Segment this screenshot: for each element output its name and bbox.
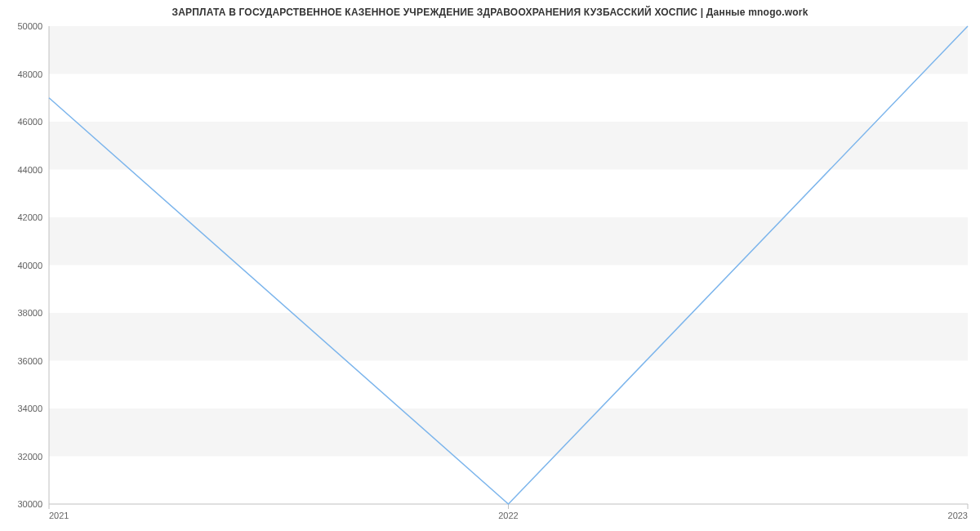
y-tick-label: 38000 [17, 308, 42, 318]
y-tick-label: 44000 [17, 165, 42, 175]
grid-band [49, 74, 968, 123]
line-chart: 3000032000340003600038000400004200044000… [0, 18, 980, 524]
chart-container: 3000032000340003600038000400004200044000… [0, 18, 980, 524]
y-tick-label: 42000 [17, 212, 42, 222]
grid-band [49, 122, 968, 170]
y-tick-label: 50000 [17, 21, 42, 31]
x-tick-label: 2023 [948, 511, 968, 520]
y-tick-label: 30000 [17, 499, 42, 509]
grid-band [49, 217, 968, 266]
grid-band [49, 408, 968, 457]
grid-band [49, 170, 968, 218]
x-tick-label: 2022 [498, 511, 518, 520]
y-tick-label: 46000 [17, 117, 42, 127]
grid-band [49, 26, 968, 74]
chart-title: ЗАРПЛАТА В ГОСУДАРСТВЕННОЕ КАЗЕННОЕ УЧРЕ… [0, 0, 980, 18]
y-tick-label: 34000 [17, 404, 42, 413]
x-tick-label: 2021 [49, 511, 69, 520]
grid-band [49, 361, 968, 409]
y-tick-label: 48000 [17, 69, 42, 79]
grid-band [49, 266, 968, 314]
y-tick-label: 32000 [17, 452, 42, 462]
y-tick-label: 36000 [17, 356, 42, 366]
grid-band [49, 313, 968, 361]
y-tick-label: 40000 [17, 261, 42, 270]
grid-band [49, 457, 968, 505]
